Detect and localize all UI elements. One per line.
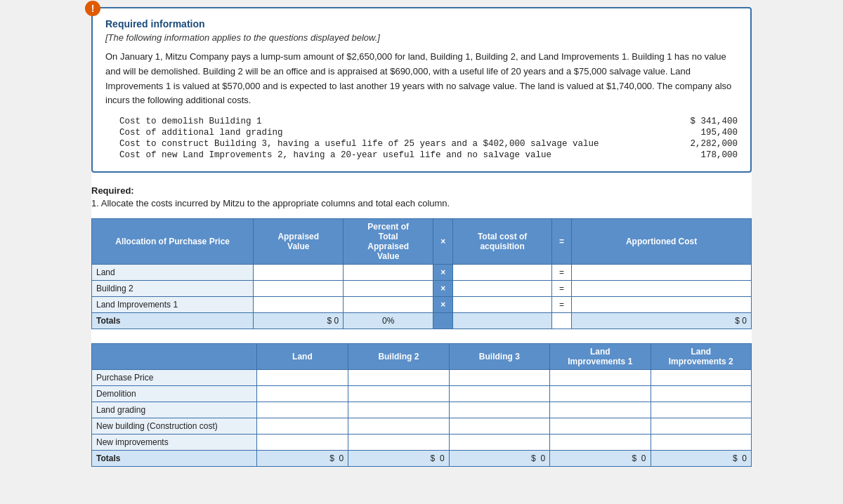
building3-input[interactable] [454, 373, 545, 383]
li1-input[interactable] [554, 437, 646, 447]
land-input-cell[interactable] [256, 418, 348, 435]
row-label: New improvements [92, 435, 257, 451]
land-input-cell[interactable] [256, 370, 348, 386]
land-input[interactable] [261, 373, 344, 383]
col2-li1-header: Land Improvements 1 [550, 344, 651, 370]
appraised-value-input[interactable] [258, 284, 339, 293]
appraised-value-input[interactable] [258, 300, 339, 310]
table1-wrapper: Allocation of Purchase Price Appraised V… [91, 218, 752, 329]
building3-input[interactable] [454, 421, 545, 431]
land-input-cell[interactable] [256, 386, 348, 402]
percent-input-cell[interactable] [344, 281, 433, 297]
building3-input-cell[interactable] [449, 402, 549, 418]
totals-equals-sym [551, 313, 571, 329]
li1-input-cell[interactable] [550, 386, 651, 402]
building3-input-cell[interactable] [449, 435, 549, 451]
land-input[interactable] [261, 389, 344, 399]
percent-input[interactable] [348, 284, 429, 293]
col-appraised-header: Appraised Value [254, 219, 344, 265]
building3-input-cell[interactable] [449, 370, 549, 386]
li1-input[interactable] [554, 373, 646, 383]
building3-input[interactable] [454, 389, 545, 399]
building2-input-cell[interactable] [348, 402, 449, 418]
totals-percent: 0% [344, 313, 433, 329]
appraised-value-input-cell[interactable] [254, 281, 344, 297]
totals-building3: $ 0 [449, 451, 549, 467]
table-row: New building (Construction cost) [92, 418, 752, 435]
allocation-columns-table: Land Building 2 Building 3 Land Improvem… [91, 343, 752, 467]
total-cost-input-cell[interactable] [453, 297, 552, 313]
li2-input-cell[interactable] [651, 370, 751, 386]
table-row: New improvements [92, 435, 752, 451]
row-label: Land [92, 265, 254, 281]
table-row: Demolition [92, 386, 752, 402]
total-cost-input-cell[interactable] [453, 281, 552, 297]
building2-input-cell[interactable] [348, 370, 449, 386]
apportioned-cost-input[interactable] [576, 284, 747, 293]
building2-input-cell[interactable] [348, 435, 449, 451]
li2-input[interactable] [655, 437, 747, 447]
building3-input[interactable] [454, 437, 545, 447]
land-input[interactable] [261, 437, 344, 447]
li1-input[interactable] [554, 405, 646, 415]
building2-input[interactable] [353, 405, 444, 415]
li1-input-cell[interactable] [550, 418, 651, 435]
col-percent-header: Percent of Total Appraised Value [344, 219, 433, 265]
building3-input-cell[interactable] [449, 386, 549, 402]
info-title: Required information [105, 18, 738, 29]
total-cost-input[interactable] [457, 284, 547, 293]
totals-appraised: $ 0 [254, 313, 344, 329]
li1-input-cell[interactable] [550, 370, 651, 386]
percent-input[interactable] [348, 267, 429, 277]
building2-input-cell[interactable] [348, 418, 449, 435]
appraised-value-input-cell[interactable] [254, 297, 344, 313]
li2-input-cell[interactable] [651, 402, 751, 418]
appraised-value-input-cell[interactable] [254, 265, 344, 281]
apportioned-cost-input-cell[interactable] [572, 265, 752, 281]
apportioned-cost-input-cell[interactable] [572, 281, 752, 297]
apportioned-cost-input-cell[interactable] [572, 297, 752, 313]
appraised-value-input[interactable] [258, 267, 339, 277]
total-cost-input[interactable] [457, 300, 547, 310]
building2-input[interactable] [353, 421, 444, 431]
land-input-cell[interactable] [256, 435, 348, 451]
percent-input-cell[interactable] [344, 297, 433, 313]
li2-input-cell[interactable] [651, 418, 751, 435]
totals-row: Totals $ 0 $ 0 $ 0 $ 0 $ 0 [92, 451, 752, 467]
multiply-symbol: × [433, 265, 453, 281]
li2-input[interactable] [655, 373, 747, 383]
percent-input[interactable] [348, 300, 429, 310]
totals-label: Totals [92, 451, 257, 467]
alert-icon: ! [85, 1, 100, 16]
building3-input-cell[interactable] [449, 418, 549, 435]
apportioned-cost-input[interactable] [576, 267, 747, 277]
building2-input[interactable] [353, 373, 444, 383]
land-input[interactable] [261, 421, 344, 431]
building2-input[interactable] [353, 389, 444, 399]
building2-input-cell[interactable] [348, 386, 449, 402]
li1-input[interactable] [554, 421, 646, 431]
multiply-symbol: × [433, 297, 453, 313]
li2-input-cell[interactable] [651, 435, 751, 451]
land-input[interactable] [261, 405, 344, 415]
total-cost-input-cell[interactable] [453, 265, 552, 281]
percent-input-cell[interactable] [344, 265, 433, 281]
apportioned-cost-input[interactable] [576, 300, 747, 310]
li1-input-cell[interactable] [550, 402, 651, 418]
building2-input[interactable] [353, 437, 444, 447]
building3-input[interactable] [454, 405, 545, 415]
li2-input-cell[interactable] [651, 386, 751, 402]
li2-input[interactable] [655, 389, 747, 399]
land-input-cell[interactable] [256, 402, 348, 418]
table-row: Land Improvements 1 × = [92, 297, 752, 313]
li1-input[interactable] [554, 389, 646, 399]
li2-input[interactable] [655, 405, 747, 415]
row-label: Land Improvements 1 [92, 297, 254, 313]
col-multiply-header: × [433, 219, 453, 265]
li1-input-cell[interactable] [550, 435, 651, 451]
totals-mult-sym [433, 313, 453, 329]
total-cost-input[interactable] [457, 267, 547, 277]
totals-land: $ 0 [256, 451, 348, 467]
li2-input[interactable] [655, 421, 747, 431]
col2-blank-header [92, 344, 257, 370]
